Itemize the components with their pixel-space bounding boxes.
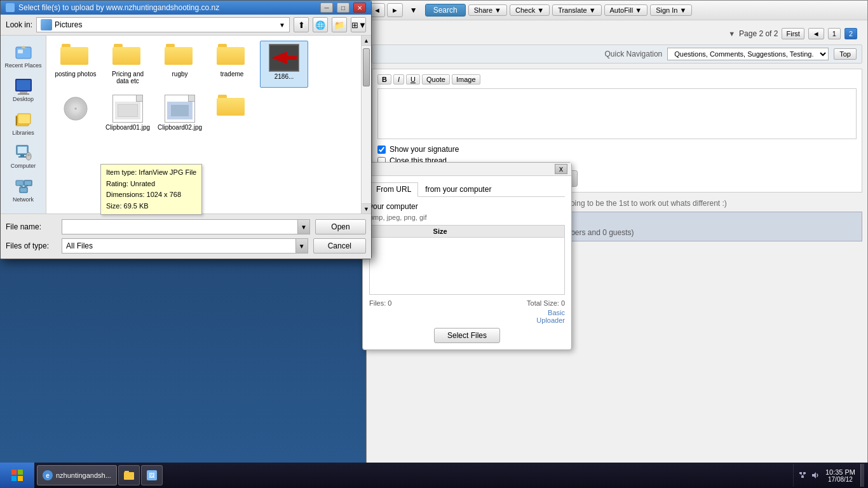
desktop-label: Desktop bbox=[13, 96, 34, 103]
look-in-arrow: ▼ bbox=[279, 22, 285, 29]
time-display: 10:35 PM bbox=[825, 468, 855, 476]
tray-network-icon[interactable] bbox=[797, 470, 808, 480]
network-icon bbox=[13, 176, 34, 196]
signin-button[interactable]: Sign In ▼ bbox=[650, 4, 692, 16]
folder-rugby-icon bbox=[165, 44, 195, 69]
show-signature-checkbox[interactable] bbox=[377, 146, 386, 154]
search-button[interactable]: Search bbox=[425, 4, 466, 17]
file-item-clipboard02[interactable]: Clipboard02.jpg bbox=[156, 92, 204, 134]
nav-web-button[interactable]: 🌐 bbox=[313, 17, 328, 32]
file-item-posting-photos[interactable]: posting photos bbox=[51, 41, 100, 88]
computer-label: Computer bbox=[11, 163, 36, 170]
tray-volume-icon[interactable] bbox=[810, 470, 820, 480]
svg-rect-8 bbox=[16, 116, 17, 125]
svg-marker-34 bbox=[812, 472, 816, 478]
sidebar-item-libraries[interactable]: Libraries bbox=[3, 107, 44, 139]
taskbar: e nzhuntingandsh... 🖼 bbox=[0, 463, 868, 488]
folder-trademe-icon bbox=[217, 44, 247, 69]
svg-marker-20 bbox=[271, 51, 297, 64]
upload-tab-url[interactable]: From URL bbox=[369, 182, 418, 197]
reply-textarea[interactable] bbox=[377, 88, 857, 139]
taskbar-photo-button[interactable]: 🖼 bbox=[141, 465, 163, 485]
editor-bold[interactable]: B bbox=[377, 74, 391, 85]
file-label-rugby: rugby bbox=[172, 71, 187, 78]
filename-dropdown-arrow[interactable]: ▼ bbox=[297, 219, 310, 234]
dialog-maximize[interactable]: □ bbox=[337, 3, 349, 13]
check-button[interactable]: Check ▼ bbox=[510, 4, 550, 16]
first-page-button[interactable]: First bbox=[782, 28, 804, 39]
prev-page-button[interactable]: ◄ bbox=[808, 28, 824, 39]
computer-icon bbox=[13, 142, 34, 163]
filetype-input[interactable] bbox=[62, 238, 308, 254]
taskbar-folder-button[interactable] bbox=[118, 465, 140, 485]
nav-up-button[interactable]: ⬆ bbox=[294, 17, 309, 32]
file-dialog-title: Select file(s) to upload by www.nzhuntin… bbox=[18, 3, 316, 12]
svg-rect-26 bbox=[18, 470, 23, 475]
network-label: Network bbox=[13, 196, 34, 203]
scrollbar-thumb[interactable] bbox=[363, 48, 370, 86]
page-dropdown-arrow[interactable]: ▼ bbox=[728, 30, 735, 37]
file-label-trademe: trademe bbox=[220, 71, 244, 78]
dialog-minimize[interactable]: ─ bbox=[320, 3, 333, 13]
forward-button[interactable]: ► bbox=[387, 3, 403, 17]
open-button[interactable]: Open bbox=[315, 219, 366, 234]
editor-quote[interactable]: Quote bbox=[422, 74, 450, 85]
svg-rect-12 bbox=[18, 156, 26, 158]
scrollbar-down-arrow[interactable]: ▼ bbox=[362, 203, 371, 214]
start-button[interactable] bbox=[0, 463, 34, 488]
cancel-button[interactable]: Cancel bbox=[313, 238, 366, 254]
editor-underline[interactable]: U bbox=[406, 74, 420, 85]
disc-icon bbox=[60, 95, 91, 123]
editor-image[interactable]: Image bbox=[452, 74, 480, 85]
sidebar-item-recent[interactable]: Recent Places bbox=[3, 39, 44, 72]
quick-nav-select[interactable]: Questions, Comments, Suggestions, Testin… bbox=[667, 48, 829, 60]
libraries-icon bbox=[13, 109, 34, 130]
file-scrollbar[interactable]: ▲ ▼ bbox=[361, 36, 371, 214]
windows-logo-icon bbox=[11, 469, 24, 482]
select-files-button[interactable]: Select Files bbox=[434, 328, 500, 343]
file-item-rugby[interactable]: rugby bbox=[156, 41, 204, 88]
dialog-close[interactable]: ✕ bbox=[353, 3, 366, 13]
autofill-button[interactable]: AutoFill ▼ bbox=[604, 4, 648, 16]
file-item-clipboard01[interactable]: Clipboard01.jpg bbox=[104, 92, 152, 134]
scrollbar-up-arrow[interactable]: ▲ bbox=[362, 36, 371, 46]
page-2-button[interactable]: 2 bbox=[844, 28, 857, 39]
recent-places-label: Recent Places bbox=[4, 62, 41, 69]
file-item-2186[interactable]: 2186... bbox=[260, 41, 308, 88]
scrollbar-track bbox=[362, 46, 371, 203]
tray-clock[interactable]: 10:35 PM 17/08/12 bbox=[823, 468, 858, 483]
file-item-pricing[interactable]: Pricing and data etc bbox=[104, 41, 152, 88]
filetype-dropdown-arrow[interactable]: ▼ bbox=[295, 238, 308, 254]
file-item-unnamed-folder[interactable] bbox=[208, 92, 256, 134]
taskbar-ie-button[interactable]: e nzhuntingandsh... bbox=[37, 465, 117, 485]
svg-rect-25 bbox=[11, 470, 17, 475]
sidebar-item-network[interactable]: Network bbox=[3, 173, 44, 206]
look-in-combo[interactable]: Pictures ▼ bbox=[36, 17, 290, 32]
page-1-button[interactable]: 1 bbox=[828, 28, 841, 39]
taskbar-items: e nzhuntingandsh... 🖼 bbox=[34, 465, 793, 485]
top-button[interactable]: Top bbox=[834, 48, 857, 60]
file-item-trademe[interactable]: trademe bbox=[208, 41, 256, 88]
sidebar-item-computer[interactable]: Computer bbox=[3, 140, 44, 172]
folder-icon-small bbox=[41, 19, 52, 30]
tooltip-rating: Rating: Unrated bbox=[106, 179, 196, 190]
upload-file-table: Size bbox=[369, 225, 565, 295]
editor-italic[interactable]: I bbox=[393, 74, 404, 85]
share-button[interactable]: Share ▼ bbox=[468, 4, 507, 16]
file-item-disc[interactable] bbox=[51, 92, 100, 134]
upload-dialog-close[interactable]: x bbox=[555, 164, 567, 174]
folder-unnamed-icon bbox=[217, 95, 247, 120]
pagination-text: Page 2 of 2 bbox=[739, 29, 778, 38]
sidebar-item-desktop[interactable]: Desktop bbox=[3, 73, 44, 105]
filename-input[interactable] bbox=[62, 219, 310, 234]
upload-tab-computer[interactable]: from your computer bbox=[418, 182, 498, 196]
svg-rect-3 bbox=[17, 80, 31, 90]
basic-uploader-link[interactable]: Basic bbox=[548, 309, 565, 316]
file-left-panel: Recent Places Desktop Libraries bbox=[1, 36, 46, 214]
translate-button[interactable]: Translate ▼ bbox=[552, 4, 601, 16]
uploader-link[interactable]: Uploader bbox=[536, 316, 565, 324]
show-desktop-button[interactable] bbox=[860, 464, 864, 487]
nav-view-button[interactable]: ⊞▼ bbox=[351, 17, 366, 32]
ie-icon: e bbox=[43, 470, 53, 480]
nav-folder-button[interactable]: 📁 bbox=[332, 17, 347, 32]
